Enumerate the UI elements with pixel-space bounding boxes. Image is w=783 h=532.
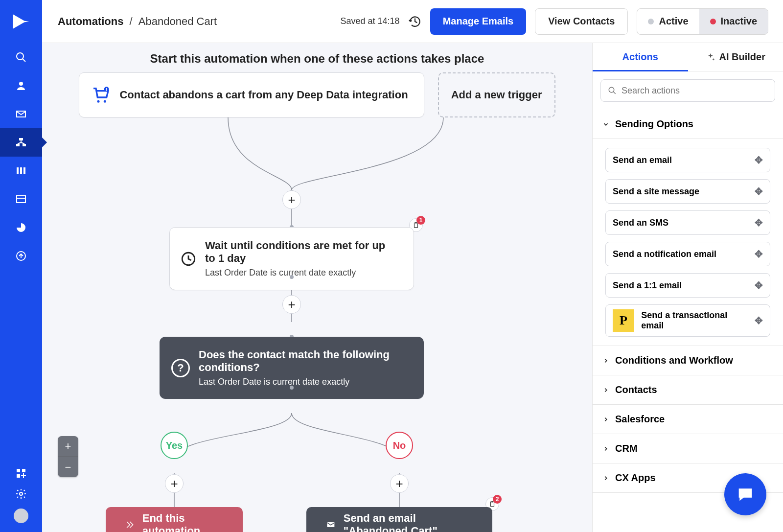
add-step-button[interactable]: + [282,190,301,209]
action-send-transactional-email[interactable]: P Send a transactional email ✥ [605,304,770,337]
search-actions-input[interactable] [622,86,768,96]
sidebar-item-deals[interactable] [0,157,42,185]
section-sending-options[interactable]: Sending Options [593,110,783,139]
svg-rect-13 [17,196,25,203]
main-sidebar [0,0,42,532]
status-inactive-label: Inactive [721,16,757,27]
sidebar-item-site[interactable] [0,185,42,213]
add-trigger-button[interactable]: Add a new trigger [438,72,555,117]
section-contacts[interactable]: Contacts [593,375,783,405]
svg-point-35 [609,87,614,93]
tab-ai-builder[interactable]: AI Builder [688,43,783,71]
connector-dot [290,386,294,390]
chat-button[interactable] [724,473,766,515]
drag-handle-icon: ✥ [755,217,763,229]
action-label: Send an email [613,155,672,165]
note-count: 2 [493,495,502,504]
no-node[interactable]: No [386,432,413,459]
sidebar-item-campaigns[interactable] [0,100,42,128]
section-label: Contacts [615,384,657,395]
action-send-email[interactable]: Send an email✥ [605,148,770,172]
svg-rect-29 [415,223,418,227]
gear-icon [15,488,27,500]
action-label: Send a transactional email [641,310,748,331]
trigger-card[interactable]: ! Contact abandons a cart from any Deep … [79,72,424,117]
breadcrumb-current: Abandoned Cart [138,15,217,27]
status-dot-active [648,19,654,24]
chevron-right-icon [602,387,609,393]
svg-point-25 [97,100,100,103]
action-label: Send a site message [613,186,699,197]
svg-rect-4 [19,138,23,140]
section-label: Salesforce [615,414,665,425]
sidebar-item-apps[interactable] [0,467,42,479]
automation-icon [15,137,27,148]
history-icon [409,15,421,28]
svg-line-9 [21,142,24,144]
manage-emails-button[interactable]: Manage Emails [430,8,527,35]
sidebar-item-search[interactable] [0,43,42,71]
drag-handle-icon: ✥ [755,279,763,291]
automation-canvas[interactable]: Start this automation when one of these … [42,43,592,532]
columns-icon [15,165,27,177]
app-logo[interactable] [0,0,42,43]
action-send-sms[interactable]: Send an SMS✥ [605,210,770,235]
section-crm[interactable]: CRM [593,434,783,463]
top-bar: Automations / Abandoned Cart Saved at 14… [42,0,783,43]
saved-timestamp: Saved at 14:18 [341,16,400,26]
svg-rect-17 [22,469,25,472]
drag-handle-icon: ✥ [755,315,763,326]
canvas-title: Start this automation when one of these … [42,52,592,66]
section-salesforce[interactable]: Salesforce [593,405,783,434]
add-step-button[interactable]: + [390,474,409,493]
action-send-site-message[interactable]: Send a site message✥ [605,179,770,204]
add-step-button[interactable]: + [165,474,184,493]
end-icon [125,519,135,531]
svg-rect-18 [17,474,20,478]
question-icon: ? [171,359,190,377]
tab-actions[interactable]: Actions [593,43,688,71]
sidebar-item-contacts[interactable] [0,71,42,100]
search-actions-box[interactable] [600,79,775,102]
sidebar-item-reports[interactable] [0,213,42,242]
user-avatar[interactable] [14,509,28,523]
pie-icon [15,222,27,233]
zoom-in-button[interactable]: + [58,436,78,457]
zoom-out-button[interactable]: − [58,457,78,477]
svg-rect-32 [491,502,494,506]
add-step-button[interactable]: + [282,295,301,314]
breadcrumb-root[interactable]: Automations [58,15,123,27]
sparkle-icon [706,52,715,62]
history-button[interactable] [409,15,421,28]
status-inactive[interactable]: Inactive [699,9,768,34]
breadcrumb: Automations / Abandoned Cart [58,15,217,28]
section-label: Sending Options [615,118,693,130]
end-automation-card[interactable]: End this automation [106,507,243,532]
sidebar-item-settings[interactable] [0,488,42,500]
sidebar-item-upgrade[interactable] [0,242,42,270]
condition-sub: Last Order Date is current date exactly [199,377,408,387]
sidebar-item-automations[interactable] [0,128,42,157]
trigger-label: Contact abandons a cart from any Deep Da… [119,89,408,101]
action-send-notification[interactable]: Send a notification email✥ [605,242,770,266]
svg-line-1 [23,59,25,62]
section-label: Conditions and Workflow [615,355,733,366]
chevron-down-icon [602,121,609,128]
apps-icon [15,467,27,479]
yes-node[interactable]: Yes [161,432,188,459]
tab-ai-label: AI Builder [719,51,765,63]
view-contacts-button[interactable]: View Contacts [535,8,628,35]
status-active[interactable]: Active [637,9,699,34]
svg-point-0 [17,53,23,60]
upload-icon [15,250,27,262]
svg-text:!: ! [106,87,108,92]
connector-dot [290,275,294,279]
send-email-card[interactable]: Send an email "Abandoned Cart" [306,507,492,532]
section-conditions-workflow[interactable]: Conditions and Workflow [593,346,783,375]
wait-step-card[interactable]: Wait until conditions are met for up to … [169,227,414,290]
svg-point-2 [19,82,23,86]
mail-icon [326,518,336,531]
svg-rect-12 [23,167,25,174]
chevron-right-icon [602,416,609,423]
action-send-1to1-email[interactable]: Send a 1:1 email✥ [605,273,770,298]
